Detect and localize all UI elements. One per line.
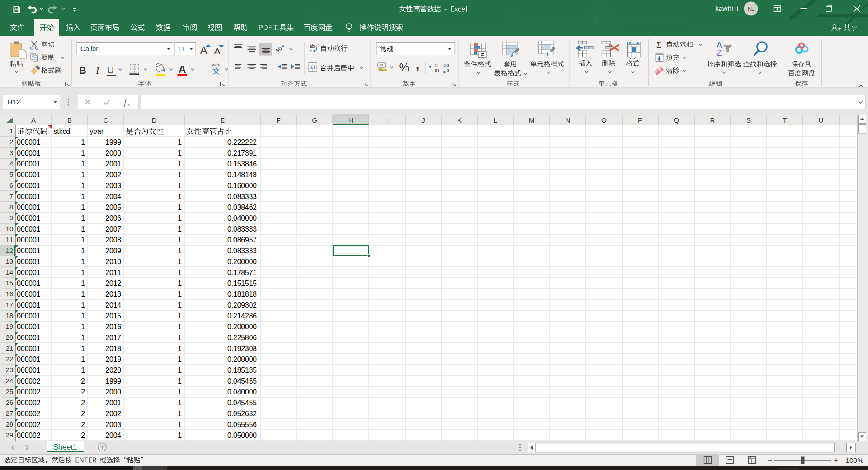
svg-text:2008: 2008	[105, 236, 121, 244]
svg-text:000001: 000001	[17, 290, 40, 298]
svg-text:1: 1	[81, 345, 85, 352]
svg-text:000002: 000002	[17, 432, 40, 439]
svg-text:1999: 1999	[105, 377, 121, 385]
svg-text:000001: 000001	[17, 149, 40, 157]
svg-text:2017: 2017	[105, 334, 121, 342]
svg-text:20: 20	[6, 334, 13, 341]
svg-text:1: 1	[178, 138, 182, 146]
svg-text:2: 2	[81, 421, 85, 428]
svg-text:kawhi li: kawhi li	[715, 5, 738, 12]
svg-text:6: 6	[9, 182, 13, 189]
svg-text:L: L	[494, 116, 497, 124]
svg-text:1: 1	[178, 280, 182, 287]
svg-text:1: 1	[81, 214, 85, 222]
svg-text:U: U	[107, 65, 114, 75]
svg-text:,: ,	[416, 58, 420, 72]
svg-text:1999: 1999	[105, 138, 121, 146]
svg-text:0.040000: 0.040000	[227, 388, 257, 396]
svg-text:000001: 000001	[17, 193, 40, 200]
svg-text:1: 1	[81, 323, 85, 331]
svg-text:1: 1	[178, 160, 182, 168]
svg-text:1: 1	[178, 432, 182, 439]
svg-text:4: 4	[9, 160, 13, 167]
svg-text:1: 1	[81, 280, 85, 287]
svg-text:KL: KL	[748, 6, 755, 12]
svg-text:000001: 000001	[17, 225, 40, 233]
svg-text:1: 1	[178, 182, 182, 190]
svg-text:Σ: Σ	[656, 40, 661, 50]
svg-text:2003: 2003	[105, 182, 121, 190]
svg-text:1: 1	[178, 366, 182, 374]
svg-text:0.052632: 0.052632	[227, 410, 257, 418]
svg-text:17: 17	[6, 301, 13, 309]
svg-text:G: G	[312, 116, 317, 124]
svg-text:000001: 000001	[17, 280, 40, 287]
svg-text:2002: 2002	[105, 410, 121, 418]
svg-text:1: 1	[178, 356, 182, 363]
svg-text:0.160000: 0.160000	[227, 182, 257, 190]
svg-text:1: 1	[81, 236, 85, 244]
svg-text:1: 1	[81, 193, 85, 200]
svg-text:year: year	[90, 128, 104, 135]
svg-text:%: %	[399, 61, 409, 74]
svg-text:wén: wén	[212, 62, 220, 67]
svg-text:A: A	[214, 46, 221, 56]
svg-text:A: A	[31, 116, 36, 124]
svg-text:0.083333: 0.083333	[227, 193, 257, 200]
svg-text:.0: .0	[445, 68, 449, 73]
svg-text:15: 15	[6, 280, 13, 287]
svg-text:000001: 000001	[17, 138, 40, 146]
svg-text:000001: 000001	[17, 204, 40, 211]
svg-text:000002: 000002	[17, 399, 40, 407]
svg-text:C: C	[104, 116, 108, 124]
svg-text:1: 1	[178, 214, 182, 222]
svg-text:0.200000: 0.200000	[227, 323, 257, 331]
svg-text:1: 1	[81, 171, 85, 179]
svg-text:Sheet1: Sheet1	[53, 443, 77, 451]
svg-text:000001: 000001	[17, 323, 40, 331]
svg-text:.00: .00	[432, 68, 439, 73]
svg-text:1: 1	[81, 301, 85, 309]
svg-text:000001: 000001	[17, 182, 40, 190]
svg-text:Calibri: Calibri	[80, 45, 100, 52]
svg-text:2: 2	[9, 138, 13, 146]
svg-text:1: 1	[81, 225, 85, 233]
svg-text:1: 1	[178, 410, 182, 418]
svg-text:0.214286: 0.214286	[227, 312, 257, 320]
svg-text:0.045455: 0.045455	[227, 377, 257, 385]
svg-text:2002: 2002	[105, 171, 121, 179]
svg-text:0.181818: 0.181818	[227, 290, 257, 298]
svg-text:2: 2	[81, 410, 85, 418]
svg-text:24: 24	[6, 377, 13, 385]
svg-text:P: P	[638, 116, 642, 124]
svg-text:5: 5	[9, 171, 13, 178]
svg-text:M: M	[529, 116, 535, 124]
svg-text:000001: 000001	[17, 214, 40, 222]
svg-text:2013: 2013	[105, 290, 121, 298]
svg-text:0.200000: 0.200000	[227, 356, 257, 363]
svg-text:000001: 000001	[17, 345, 40, 352]
svg-text:000001: 000001	[17, 356, 40, 363]
svg-text:H12: H12	[7, 98, 20, 106]
svg-text:1: 1	[9, 128, 13, 135]
svg-text:K: K	[457, 116, 462, 124]
svg-text:000002: 000002	[17, 388, 40, 396]
svg-text:Z: Z	[717, 48, 722, 57]
svg-text:1: 1	[178, 149, 182, 157]
svg-text:1: 1	[81, 204, 85, 211]
svg-text:U: U	[819, 116, 824, 124]
svg-text:1: 1	[81, 149, 85, 157]
svg-text:0.083333: 0.083333	[227, 247, 257, 255]
svg-text:000001: 000001	[17, 160, 40, 168]
svg-text:1: 1	[178, 323, 182, 331]
svg-text:0.040000: 0.040000	[227, 214, 257, 222]
svg-text:2001: 2001	[105, 160, 121, 168]
svg-text:1: 1	[178, 258, 182, 266]
svg-text:2004: 2004	[105, 432, 121, 439]
svg-text:1: 1	[178, 171, 182, 179]
svg-text:2: 2	[81, 377, 85, 385]
svg-text:D: D	[152, 116, 157, 124]
svg-text:J: J	[421, 116, 425, 124]
svg-text:0.083333: 0.083333	[227, 225, 257, 233]
svg-text:2001: 2001	[105, 399, 121, 407]
